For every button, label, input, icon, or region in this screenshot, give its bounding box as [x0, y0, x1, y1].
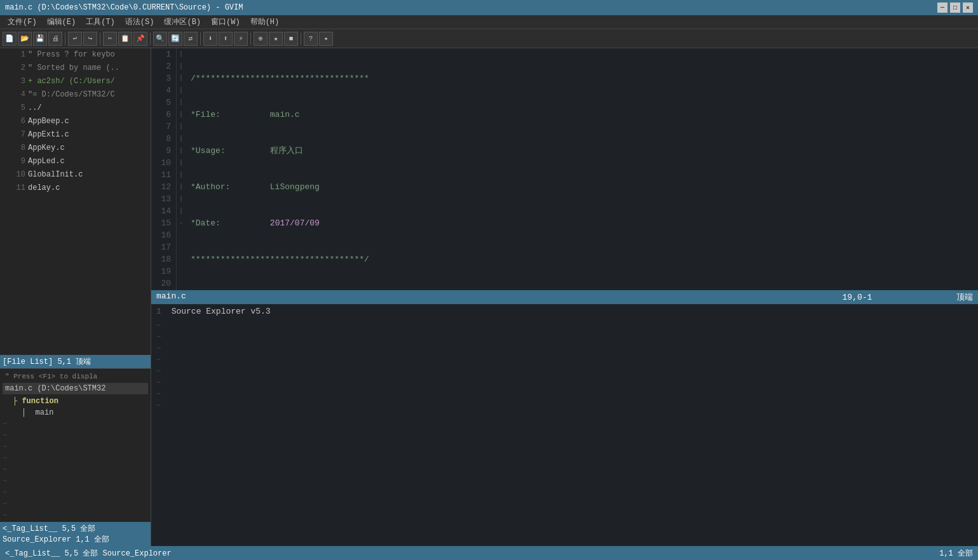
toolbar: 📄 📂 💾 🖨 ↩ ↪ ✂ 📋 📌 🔍 🔄 ⇄ ⬇ ⬆ ⚡ ⊕ ★ ■ ? ✦: [0, 29, 978, 48]
file-list[interactable]: 1" Press ? for keybo 2" Sorted by name (…: [0, 48, 151, 355]
toolbar-replace[interactable]: 🔄: [168, 32, 182, 46]
toolbar-sep5: [250, 32, 251, 45]
code-filename: main.c: [156, 291, 186, 303]
toolbar-mark[interactable]: ★: [269, 32, 283, 46]
toolbar-sep6: [301, 32, 301, 45]
toolbar-mark2[interactable]: ■: [284, 32, 298, 46]
file-list-item[interactable]: 6AppBeep.c: [0, 115, 151, 128]
source-explorer-panel: 1 Source Explorer v5.3 ~~~~~~~~: [151, 304, 978, 546]
fold-column: | | | | | | | | | | |: [177, 48, 186, 290]
window-title: main.c (D:\Codes\STM32\Code\0.CURRENT\So…: [5, 3, 243, 12]
minimize-button[interactable]: ─: [937, 3, 947, 13]
code-line-4: *Author: LiSongpeng: [191, 181, 978, 193]
file-list-item[interactable]: 10GlobalInit.c: [0, 168, 151, 182]
code-line-6: ***********************************/: [191, 253, 978, 265]
window-controls: ─ □ ✕: [937, 3, 973, 13]
global-status-bar: <_Tag_List__ 5,5 全部 Source_Explorer 1,1 …: [0, 546, 978, 560]
file-list-item[interactable]: 3+ ac2sh/ (C:/Users/: [0, 75, 151, 88]
source-explorer-linenum: 1: [156, 307, 161, 316]
left-panel: 1" Press ? for keybo 2" Sorted by name (…: [0, 48, 151, 546]
toolbar-tag[interactable]: ⊕: [254, 32, 268, 46]
toolbar-cmd[interactable]: ⚡: [234, 32, 248, 46]
toolbar-sep1: [65, 32, 65, 45]
toolbar-copy[interactable]: 📋: [118, 32, 132, 46]
toolbar-load[interactable]: ⬇: [203, 32, 217, 46]
toolbar-save2[interactable]: ⬆: [219, 32, 233, 46]
close-button[interactable]: ✕: [963, 3, 973, 13]
tag-empty-lines: ~~~~~~~~~~: [3, 418, 148, 522]
source-explorer-content: 1 Source Explorer v5.3: [151, 304, 978, 319]
code-line-5: *Date: 2017/07/09: [191, 217, 978, 229]
file-list-item[interactable]: 5../: [0, 102, 151, 115]
file-list-item[interactable]: 1" Press ? for keybo: [0, 48, 151, 62]
file-list-item[interactable]: 9AppLed.c: [0, 155, 151, 168]
code-line-1: /***********************************: [191, 72, 978, 84]
tag-function-item[interactable]: ├ function: [3, 396, 148, 407]
toolbar-redo[interactable]: ↪: [83, 32, 97, 46]
toolbar-undo[interactable]: ↩: [68, 32, 82, 46]
file-list-item[interactable]: 7AppExti.c: [0, 128, 151, 142]
code-line-3: *Usage: 程序入口: [191, 145, 978, 157]
code-editor[interactable]: 12345 678910 1112131415 1617181920 21222…: [151, 48, 978, 290]
toolbar-sep3: [150, 32, 151, 45]
toolbar-open[interactable]: 📂: [18, 32, 32, 46]
code-position: 19,0-1 顶端: [843, 291, 973, 303]
tag-hint: " Press <F1> to displa: [3, 371, 148, 382]
status-left: <_Tag_List__ 5,5 全部 Source_Explorer: [5, 548, 172, 559]
tag-panel: " Press <F1> to displa main.c (D:\Codes\…: [0, 368, 151, 546]
code-content[interactable]: /*********************************** *Fi…: [186, 48, 978, 290]
menu-tools[interactable]: 工具(T): [81, 15, 120, 29]
menu-help[interactable]: 帮助(H): [245, 15, 285, 29]
menu-window[interactable]: 窗口(W): [206, 15, 245, 29]
toolbar-new[interactable]: 📄: [3, 32, 17, 46]
main-content: 1" Press ? for keybo 2" Sorted by name (…: [0, 48, 978, 546]
file-list-item[interactable]: 2" Sorted by name (..: [0, 62, 151, 75]
menu-file[interactable]: 文件(F): [3, 15, 42, 29]
menu-bar: 文件(F) 编辑(E) 工具(T) 语法(S) 缓冲区(B) 窗口(W) 帮助(…: [0, 15, 978, 29]
file-list-status: [File List] 5,1 顶端: [0, 355, 151, 368]
tag-status: <_Tag_List__ 5,5 全部 Source_Explorer 1,1 …: [0, 522, 151, 546]
line-numbers: 12345 678910 1112131415 1617181920 21222…: [151, 48, 177, 290]
title-bar: main.c (D:\Codes\STM32\Code\0.CURRENT\So…: [0, 0, 978, 15]
toolbar-search[interactable]: 🔍: [153, 32, 167, 46]
code-area: 12345 678910 1112131415 1617181920 21222…: [151, 48, 978, 546]
file-list-section: 1" Press ? for keybo 2" Sorted by name (…: [0, 48, 151, 368]
toolbar-help[interactable]: ?: [304, 32, 318, 46]
tag-filename: main.c (D:\Codes\STM32: [3, 383, 148, 394]
file-list-item[interactable]: 8AppKey.c: [0, 142, 151, 155]
toolbar-help2[interactable]: ✦: [319, 32, 333, 46]
toolbar-sep4: [200, 32, 201, 45]
tag-panel-content: " Press <F1> to displa main.c (D:\Codes\…: [0, 369, 151, 522]
source-explorer-empty: ~~~~~~~~: [151, 319, 978, 413]
tag-subitem-main[interactable]: │ main: [3, 407, 148, 418]
code-line-2: *File: main.c: [191, 109, 978, 121]
file-list-item[interactable]: 4"= D:/Codes/STM32/C: [0, 88, 151, 102]
file-list-item[interactable]: 11delay.c: [0, 182, 151, 195]
menu-buffer[interactable]: 缓冲区(B): [159, 15, 206, 29]
source-explorer-text: Source Explorer v5.3: [172, 307, 271, 316]
toolbar-cut[interactable]: ✂: [103, 32, 117, 46]
toolbar-save[interactable]: 💾: [33, 32, 47, 46]
status-right: 1,1 全部: [939, 548, 973, 559]
toolbar-paste[interactable]: 📌: [133, 32, 147, 46]
toolbar-sep2: [100, 32, 100, 45]
toolbar-replace2[interactable]: ⇄: [184, 32, 198, 46]
maximize-button[interactable]: □: [950, 3, 960, 13]
code-status-bar: main.c 19,0-1 顶端: [151, 290, 978, 304]
menu-edit[interactable]: 编辑(E): [42, 15, 81, 29]
toolbar-print[interactable]: 🖨: [48, 32, 62, 46]
menu-syntax[interactable]: 语法(S): [120, 15, 160, 29]
